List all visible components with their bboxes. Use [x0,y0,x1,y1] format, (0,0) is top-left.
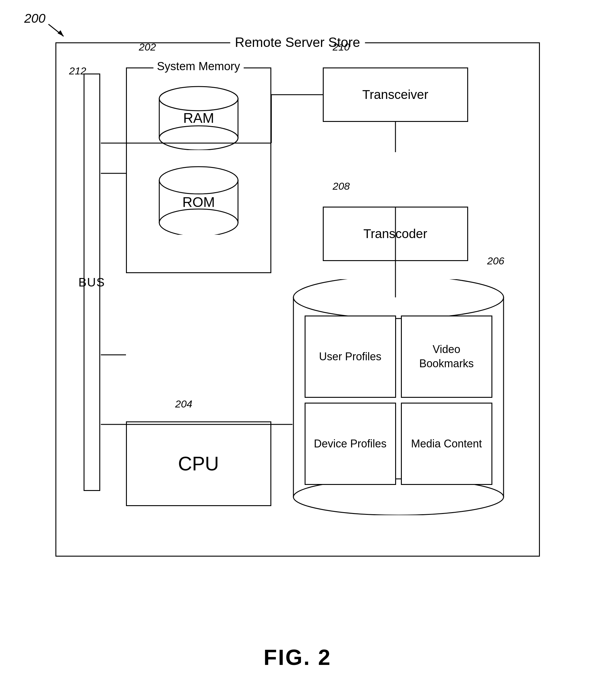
fig-200-label: 200 [24,9,73,40]
cpu-box: 204 CPU [126,421,271,506]
ref-204: 204 [175,398,193,410]
svg-text:ROM: ROM [182,194,215,210]
transcoder-box: 208 Transcoder [323,207,468,261]
ram-cylinder: RAM [156,84,241,150]
ref-210: 210 [333,41,350,53]
transceiver-box: 210 Transceiver [323,67,468,122]
svg-text:200: 200 [24,11,46,25]
device-profiles-cell: Device Profiles [305,403,396,485]
rom-cylinder: ROM [156,162,241,235]
svg-point-14 [293,279,504,318]
video-bookmarks-cell: Video Bookmarks [401,315,492,398]
transcoder-label: Transcoder [363,226,427,241]
storage-grid: User Profiles Video Bookmarks Device Pro… [305,315,492,485]
transceiver-label: Transceiver [363,87,428,102]
page: 200 Remote Server Store 212 BUS 202 Syst… [0,0,595,700]
bus-label: BUS [79,276,105,289]
svg-point-10 [159,167,238,194]
svg-marker-2 [58,30,64,36]
user-profiles-cell: User Profiles [305,315,396,398]
bus-bar: BUS [84,73,100,491]
svg-text:RAM: RAM [183,110,214,126]
svg-point-11 [159,209,238,235]
ref-208: 208 [333,180,350,192]
svg-point-6 [159,87,238,111]
system-memory-title: System Memory [153,60,244,73]
ref-206: 206 [487,255,505,267]
svg-point-7 [159,126,238,150]
media-content-cell: Media Content [401,403,492,485]
storage-cylinder: 206 User Profiles Video Bookmarks Device… [292,279,505,515]
fig-caption: FIG. 2 [263,645,331,670]
ref-202: 202 [139,41,156,53]
cpu-label: CPU [178,453,219,475]
remote-server-box: Remote Server Store 212 BUS 202 System M… [55,42,540,557]
system-memory-box: 202 System Memory RAM [126,67,271,273]
